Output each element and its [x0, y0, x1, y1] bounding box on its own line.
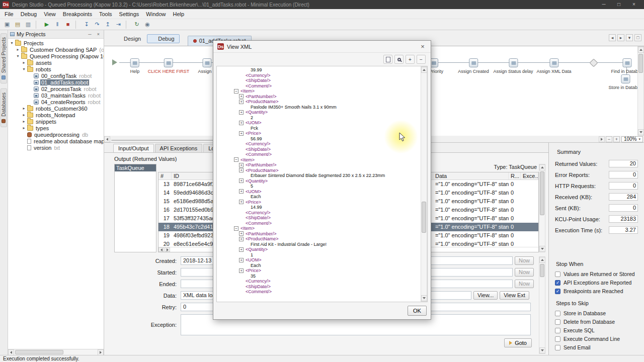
- step-icon[interactable]: [202, 58, 211, 67]
- xml-expander-icon[interactable]: +: [239, 94, 244, 99]
- xml-node[interactable]: + <UOM>: [217, 189, 421, 195]
- tree-item[interactable]: ▸ types: [8, 125, 104, 131]
- run-to-end-icon[interactable]: ⇥: [113, 20, 123, 29]
- xml-node[interactable]: <ShipDate/>: [217, 78, 421, 83]
- xml-expander-icon[interactable]: −: [234, 157, 238, 162]
- menu-item[interactable]: View: [40, 10, 59, 18]
- ended-now-button[interactable]: Now: [515, 280, 534, 288]
- xml-node[interactable]: 39.99: [217, 67, 421, 73]
- zoom-in-icon[interactable]: +: [613, 136, 620, 142]
- io-tab[interactable]: Input/Output: [113, 144, 154, 152]
- xml-node[interactable]: <Comment/>: [217, 152, 421, 157]
- menu-item[interactable]: Tools: [96, 10, 116, 18]
- pause-icon[interactable]: ‖: [52, 20, 62, 29]
- workflow-step[interactable]: Find in Databas: [611, 58, 637, 74]
- xml-expander-icon[interactable]: +: [239, 231, 244, 236]
- tree-expander-icon[interactable]: ▸: [22, 113, 26, 117]
- restore-editor-icon[interactable]: □: [634, 34, 641, 41]
- xml-expander-icon[interactable]: +: [239, 163, 244, 167]
- xml-node[interactable]: Erbauer Sintered Diamond Blade Segmented…: [217, 173, 421, 178]
- view-button[interactable]: View...: [473, 291, 498, 300]
- tree-item[interactable]: 01_addTasks.robot: [8, 79, 104, 85]
- scroll-right-icon[interactable]: [599, 136, 605, 142]
- workflow-step[interactable]: Assign Created: [458, 58, 489, 74]
- xml-expander-icon[interactable]: +: [239, 178, 244, 183]
- xml-node[interactable]: 35: [217, 274, 421, 279]
- xml-node[interactable]: <Currency/>: [217, 279, 421, 284]
- column-header[interactable]: Exce...: [521, 172, 538, 179]
- xml-expander-icon[interactable]: +: [239, 100, 244, 104]
- workflow-step[interactable]: Assign XML Data: [536, 58, 571, 74]
- xml-node[interactable]: <Currency/>: [217, 73, 421, 78]
- panel-minimize-icon[interactable]: ─: [87, 32, 93, 37]
- xml-expander-icon[interactable]: +: [239, 121, 244, 125]
- workflow-step[interactable]: [591, 58, 597, 69]
- scroll-thumb[interactable]: [15, 350, 63, 354]
- tree-expander-icon[interactable]: ▾: [10, 41, 14, 45]
- xml-expander-icon[interactable]: −: [234, 89, 238, 94]
- variable-item[interactable]: TaskQueue: [115, 164, 156, 171]
- collapse-all-icon[interactable]: −: [417, 55, 426, 64]
- xml-expander-icon[interactable]: +: [239, 200, 244, 204]
- xml-node[interactable]: + <Quantity>: [217, 110, 421, 115]
- scroll-left-icon[interactable]: [104, 136, 110, 142]
- xml-node[interactable]: <ShipDate/>: [217, 147, 421, 152]
- refresh-icon[interactable]: ↻: [132, 20, 142, 29]
- close-button[interactable]: ×: [626, 0, 641, 9]
- xml-expander-icon[interactable]: +: [239, 168, 244, 172]
- tree-item[interactable]: ▾ Queued Processing (Kapow 10.3.2) (C: [8, 53, 104, 59]
- checkbox[interactable]: [555, 280, 560, 286]
- column-header[interactable]: R...: [509, 172, 521, 179]
- ok-button[interactable]: OK: [408, 306, 427, 316]
- io-tab[interactable]: API Exceptions: [155, 144, 203, 152]
- xml-node[interactable]: 5: [217, 184, 421, 189]
- stop-icon[interactable]: ■: [63, 20, 73, 29]
- xml-expander-icon[interactable]: +: [239, 110, 244, 115]
- side-tab[interactable]: Databases: [1, 88, 7, 127]
- step-out-icon[interactable]: ↥: [103, 20, 113, 29]
- xml-expander-icon[interactable]: +: [239, 258, 244, 262]
- xml-node[interactable]: − <Item>: [217, 226, 421, 231]
- toolbar-button[interactable]: [126, 21, 130, 29]
- xml-node[interactable]: + <Quantity>: [217, 247, 421, 252]
- created-now-button[interactable]: Now: [515, 256, 534, 265]
- tree-item[interactable]: 03_maintainTasks robot: [8, 92, 104, 99]
- goto-button[interactable]: Goto: [504, 338, 532, 347]
- tree-item[interactable]: ▸ Customer Onboarding SAP (on Manag: [8, 46, 104, 53]
- step-icon[interactable]: [622, 58, 631, 67]
- xml-node[interactable]: <Comment/>: [217, 289, 421, 295]
- step-icon[interactable]: [621, 74, 630, 83]
- scroll-tabs-right-icon[interactable]: ▸: [617, 34, 624, 41]
- checkbox[interactable]: [555, 311, 560, 316]
- xml-node[interactable]: + <PartNumber/>: [217, 94, 421, 100]
- restore-window-icon[interactable]: ▣: [2, 20, 12, 29]
- menu-item[interactable]: File: [1, 10, 17, 18]
- xml-node[interactable]: Each: [217, 263, 421, 268]
- zoom-select[interactable]: 100% ▾: [621, 136, 643, 142]
- open-folder-icon[interactable]: ▤: [13, 20, 23, 29]
- step-icon[interactable]: [549, 58, 558, 67]
- xml-node[interactable]: 56.99: [217, 136, 421, 142]
- checkbox[interactable]: [555, 328, 560, 333]
- tree-item[interactable]: ▸ snippets: [8, 118, 104, 125]
- save-all-icon[interactable]: ▥: [23, 20, 33, 29]
- expand-all-icon[interactable]: +: [406, 55, 415, 64]
- tab-list-icon[interactable]: ▾: [626, 34, 633, 41]
- menu-item[interactable]: Help: [169, 10, 188, 18]
- step-icon[interactable]: [590, 59, 598, 67]
- scroll-tabs-left-icon[interactable]: ◂: [609, 34, 616, 41]
- tree-expander-icon[interactable]: ▸: [16, 47, 20, 52]
- workflow-step[interactable]: CLICK HERE FIRST: [148, 58, 190, 74]
- column-header[interactable]: Data: [433, 172, 509, 179]
- tree-expander-icon[interactable]: ▾: [16, 54, 20, 58]
- xml-expander-icon[interactable]: +: [239, 237, 244, 241]
- step-icon[interactable]: [509, 58, 518, 67]
- xml-node[interactable]: + <Price>: [217, 131, 421, 136]
- step-into-icon[interactable]: ↧: [82, 20, 92, 29]
- xml-node[interactable]: + <PartNumber/>: [217, 162, 421, 168]
- menu-item[interactable]: Breakpoints: [59, 10, 96, 18]
- minimize-button[interactable]: ─: [596, 0, 611, 9]
- projects-hscrollbar[interactable]: [8, 349, 104, 355]
- xml-node[interactable]: 14.99: [217, 205, 421, 210]
- step-icon[interactable]: [164, 58, 173, 67]
